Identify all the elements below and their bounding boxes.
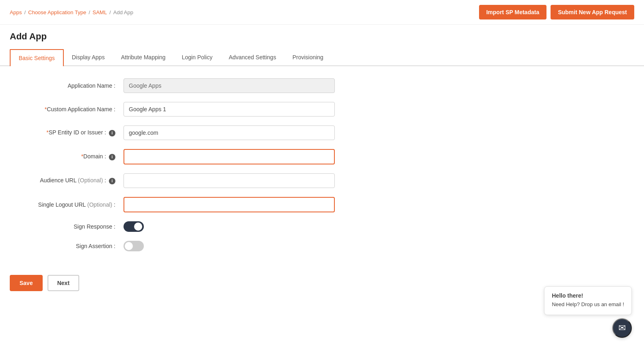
tab-login-policy[interactable]: Login Policy [173,49,221,65]
application-name-input[interactable] [124,78,335,93]
single-logout-url-label: Single Logout URL (Optional) : [10,201,124,208]
tab-basic-settings[interactable]: Basic Settings [10,49,64,66]
tabs-container: Basic Settings Display Apps Attribute Ma… [0,49,644,66]
custom-application-name-row: *Custom Application Name : [10,102,397,117]
chat-bubble: Hello there! Need Help? Drop us an email… [544,286,632,301]
tab-provisioning[interactable]: Provisioning [284,49,332,65]
top-bar: Apps / Choose Application Type / SAML / … [0,0,644,25]
sign-assertion-label: Sign Assertion : [10,243,124,249]
tab-display-apps[interactable]: Display Apps [64,49,113,65]
sign-response-row: Sign Response : [10,221,397,232]
tab-attribute-mapping[interactable]: Attribute Mapping [113,49,174,65]
audience-url-info-icon[interactable]: i [109,178,115,184]
submit-new-app-request-button[interactable]: Submit New App Request [551,5,634,19]
breadcrumb-apps[interactable]: Apps [10,9,22,15]
single-logout-url-row: Single Logout URL (Optional) : [10,197,397,212]
sp-entity-id-label: *SP Entity ID or Issuer : i [10,129,124,136]
sign-response-toggle[interactable] [124,221,144,232]
audience-url-label: Audience URL (Optional) : i [10,177,124,184]
page-header: Add App [0,25,644,45]
sp-entity-id-input[interactable] [124,125,335,140]
breadcrumb: Apps / Choose Application Type / SAML / … [10,9,133,15]
audience-url-input[interactable] [124,173,335,188]
top-actions: Import SP Metadata Submit New App Reques… [479,5,634,19]
sign-response-slider [124,221,144,232]
chat-widget: Hello there! Need Help? Drop us an email… [544,286,632,301]
next-button[interactable]: Next [48,275,79,291]
sp-entity-id-row: *SP Entity ID or Issuer : i [10,125,397,140]
single-logout-url-input[interactable] [124,197,335,212]
sign-response-label: Sign Response : [10,223,124,230]
domain-row: *Domain : i [10,149,397,164]
sp-entity-id-info-icon[interactable]: i [109,130,115,136]
tab-advanced-settings[interactable]: Advanced Settings [221,49,284,65]
breadcrumb-choose-type[interactable]: Choose Application Type [28,9,86,15]
application-name-label: Application Name : [10,82,124,89]
domain-input[interactable] [124,149,335,164]
import-sp-metadata-button[interactable]: Import SP Metadata [479,5,546,19]
custom-application-name-label: *Custom Application Name : [10,106,124,112]
chat-title: Hello there! [552,292,624,299]
save-button[interactable]: Save [10,275,43,291]
sign-assertion-toggle-wrapper [124,241,144,251]
domain-info-icon[interactable]: i [109,154,115,160]
domain-label: *Domain : i [10,153,124,160]
sign-response-toggle-wrapper [124,221,144,232]
sign-assertion-toggle[interactable] [124,241,144,251]
breadcrumb-saml[interactable]: SAML [93,9,107,15]
audience-url-row: Audience URL (Optional) : i [10,173,397,188]
sign-assertion-slider [124,241,144,251]
custom-application-name-input[interactable] [124,102,335,117]
form-container: Application Name : *Custom Application N… [0,66,406,268]
sign-assertion-row: Sign Assertion : [10,241,397,251]
breadcrumb-add-app: Add App [113,9,133,15]
application-name-row: Application Name : [10,78,397,93]
page-title: Add App [10,31,634,42]
